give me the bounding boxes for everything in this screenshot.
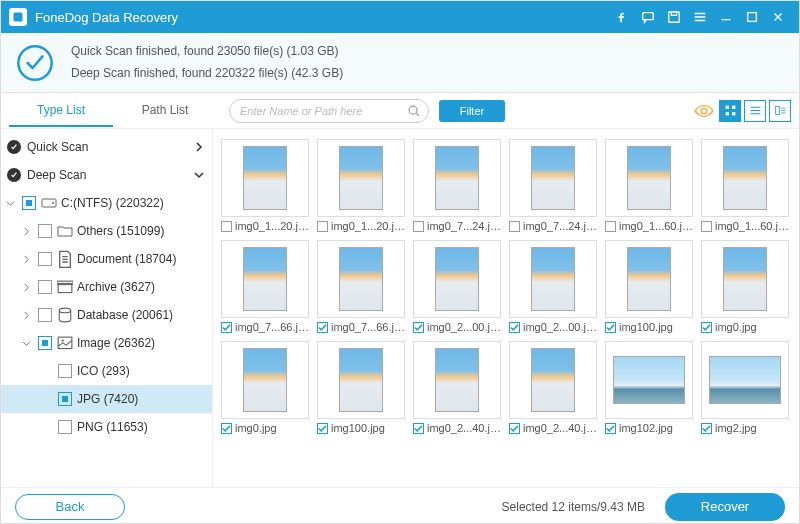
sidebar-image[interactable]: Image (26362)	[1, 329, 212, 357]
feedback-icon[interactable]	[635, 7, 661, 27]
sidebar-item-label: JPG (7420)	[77, 392, 206, 406]
file-card[interactable]: img2.jpg	[701, 341, 789, 434]
file-card[interactable]: img0_2...00.jpg	[509, 240, 597, 333]
file-card[interactable]: img0_1...20.jpg	[221, 139, 309, 232]
file-card[interactable]: img0_2...40.jpg	[509, 341, 597, 434]
file-card[interactable]: img0_1...60.jpg	[701, 139, 789, 232]
tab-path-list[interactable]: Path List	[113, 95, 217, 127]
view-grid-button[interactable]	[719, 100, 741, 122]
checkbox[interactable]	[38, 280, 52, 294]
search-input[interactable]	[229, 99, 429, 123]
file-name: img0.jpg	[235, 422, 277, 434]
thumbnail	[221, 341, 309, 419]
file-checkbox[interactable]	[221, 423, 232, 434]
file-card[interactable]: img100.jpg	[605, 240, 693, 333]
checkbox[interactable]	[38, 252, 52, 266]
file-name: img0_1...60.jpg	[715, 220, 789, 232]
file-name: img0_7...24.jpg	[427, 220, 501, 232]
view-detail-button[interactable]	[769, 100, 791, 122]
close-icon[interactable]	[765, 7, 791, 27]
file-card[interactable]: img0_2...40.jpg	[413, 341, 501, 434]
file-card[interactable]: img0_2...00.jpg	[413, 240, 501, 333]
file-checkbox[interactable]	[317, 423, 328, 434]
search-input-wrap	[229, 99, 429, 123]
preview-toggle-icon[interactable]	[693, 100, 715, 122]
svg-rect-12	[775, 106, 779, 114]
file-name: img0_7...24.jpg	[523, 220, 597, 232]
menu-icon[interactable]	[687, 7, 713, 27]
status-line-deepscan: Deep Scan finished, found 220322 file(s)…	[71, 63, 343, 85]
sidebar-item-label: Document (18704)	[77, 252, 206, 266]
thumbnail	[701, 240, 789, 318]
checkbox[interactable]	[22, 196, 36, 210]
checkbox[interactable]	[38, 224, 52, 238]
chevron-right-icon	[19, 283, 33, 292]
sidebar-png[interactable]: PNG (11653)	[1, 413, 212, 441]
sidebar-deep-scan[interactable]: Deep Scan	[1, 161, 212, 189]
file-card[interactable]: img0_1...20.jpg	[317, 139, 405, 232]
file-checkbox[interactable]	[413, 423, 424, 434]
thumbnail	[317, 240, 405, 318]
file-checkbox[interactable]	[317, 221, 328, 232]
file-checkbox[interactable]	[701, 221, 712, 232]
back-button[interactable]: Back	[15, 494, 125, 520]
file-card[interactable]: img100.jpg	[317, 341, 405, 434]
checkbox[interactable]	[58, 420, 72, 434]
file-checkbox[interactable]	[605, 322, 616, 333]
file-checkbox[interactable]	[509, 221, 520, 232]
file-card[interactable]: img0_7...66.jpg	[221, 240, 309, 333]
file-checkbox[interactable]	[221, 221, 232, 232]
sidebar-item-label: Deep Scan	[27, 168, 192, 182]
file-name: img0_1...20.jpg	[235, 220, 309, 232]
file-checkbox[interactable]	[605, 423, 616, 434]
sidebar-database[interactable]: Database (20061)	[1, 301, 212, 329]
view-list-button[interactable]	[744, 100, 766, 122]
file-card[interactable]: img0_1...60.jpg	[605, 139, 693, 232]
file-card[interactable]: img0_7...24.jpg	[509, 139, 597, 232]
disk-icon	[41, 197, 57, 210]
sidebar-quick-scan[interactable]: Quick Scan	[1, 133, 212, 161]
facebook-icon[interactable]	[609, 7, 635, 27]
file-card[interactable]: img0.jpg	[221, 341, 309, 434]
svg-point-7	[701, 108, 707, 114]
sidebar-jpg[interactable]: JPG (7420)	[1, 385, 212, 413]
svg-rect-2	[669, 12, 680, 23]
file-card[interactable]: img0_7...66.jpg	[317, 240, 405, 333]
titlebar: FoneDog Data Recovery	[1, 1, 799, 33]
file-checkbox[interactable]	[509, 423, 520, 434]
file-checkbox[interactable]	[317, 322, 328, 333]
file-card[interactable]: img0_7...24.jpg	[413, 139, 501, 232]
filter-button[interactable]: Filter	[439, 100, 505, 122]
file-checkbox[interactable]	[701, 423, 712, 434]
file-card[interactable]: img102.jpg	[605, 341, 693, 434]
tab-type-list[interactable]: Type List	[9, 95, 113, 127]
recover-button[interactable]: Recover	[665, 493, 785, 521]
file-checkbox[interactable]	[701, 322, 712, 333]
sidebar-item-label: PNG (11653)	[77, 420, 206, 434]
svg-rect-1	[643, 13, 654, 20]
checkbox[interactable]	[58, 364, 72, 378]
sidebar-drive[interactable]: C:(NTFS) (220322)	[1, 189, 212, 217]
sidebar-document[interactable]: Document (18704)	[1, 245, 212, 273]
file-checkbox[interactable]	[413, 322, 424, 333]
checkbox[interactable]	[58, 392, 72, 406]
selection-status: Selected 12 items/9.43 MB	[502, 500, 645, 514]
maximize-icon[interactable]	[739, 7, 765, 27]
checkbox[interactable]	[38, 336, 52, 350]
file-card[interactable]: img0.jpg	[701, 240, 789, 333]
file-name: img0_7...66.jpg	[235, 321, 309, 333]
file-checkbox[interactable]	[221, 322, 232, 333]
minimize-icon[interactable]	[713, 7, 739, 27]
archive-icon	[57, 281, 73, 294]
file-checkbox[interactable]	[509, 322, 520, 333]
checkbox[interactable]	[38, 308, 52, 322]
sidebar-others[interactable]: Others (151099)	[1, 217, 212, 245]
svg-rect-11	[732, 112, 735, 115]
sidebar-ico[interactable]: ICO (293)	[1, 357, 212, 385]
sidebar-archive[interactable]: Archive (3627)	[1, 273, 212, 301]
file-checkbox[interactable]	[413, 221, 424, 232]
save-icon[interactable]	[661, 7, 687, 27]
thumbnail	[221, 139, 309, 217]
file-name: img0.jpg	[715, 321, 757, 333]
file-checkbox[interactable]	[605, 221, 616, 232]
